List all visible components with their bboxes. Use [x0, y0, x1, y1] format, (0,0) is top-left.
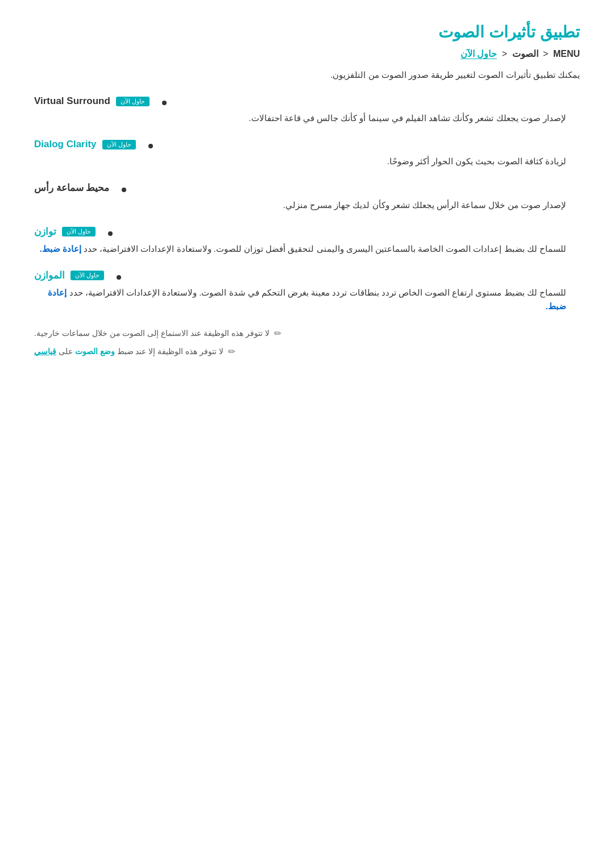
balance-tag: حاول الآن — [62, 227, 96, 236]
balance-header: حاول الآن توازن — [34, 226, 580, 238]
virtual-surround-header: حاول الآن Virtual Surround — [34, 95, 580, 107]
balance-reset-link[interactable]: إعادة ضبط. — [40, 244, 81, 254]
breadcrumb-separator-2: < — [502, 49, 507, 59]
section-equalizer: حاول الآن الموازن للسماح لك بضبط مستوى ا… — [34, 269, 580, 313]
section-balance: حاول الآن توازن للسماح لك بضبط إعدادات ا… — [34, 226, 580, 256]
equalizer-header: حاول الآن الموازن — [34, 269, 580, 281]
bullet-virtual-surround — [162, 101, 167, 105]
note-2-bold: وضع الصوت — [75, 347, 115, 356]
surround-headphone-title: محيط سماعة رأس — [34, 182, 109, 194]
note-2-underline: قياسي — [34, 347, 56, 356]
dialog-clarity-description: لزيادة كثافة الصوت بحيث يكون الحوار أكثر… — [34, 155, 580, 168]
equalizer-title: الموازن — [34, 269, 65, 281]
note-2: ✏ لا تتوفر هذه الوظيفة إلا عند ضبط وضع ا… — [34, 345, 580, 358]
balance-title: توازن — [34, 226, 56, 238]
bullet-surround-headphone — [122, 188, 126, 192]
breadcrumb-menu: MENU — [553, 49, 580, 59]
bullet-balance — [108, 231, 113, 236]
dialog-clarity-header: حاول الآن Dialog Clarity — [34, 139, 580, 150]
bullet-dialog-clarity — [148, 144, 153, 148]
breadcrumb-separator-1: < — [543, 49, 548, 59]
note-2-text: لا تتوفر هذه الوظيفة إلا عند ضبط وضع الص… — [34, 345, 223, 358]
virtual-surround-title: Virtual Surround — [34, 95, 110, 107]
surround-headphone-header: محيط سماعة رأس — [34, 182, 580, 194]
virtual-surround-tag: حاول الآن — [116, 97, 150, 106]
intro-text: يمكنك تطبيق تأثيرات الصوت لتغيير طريقة ص… — [34, 68, 580, 82]
note-2-icon: ✏ — [228, 346, 235, 357]
note-1-icon: ✏ — [274, 328, 281, 339]
section-virtual-surround: حاول الآن Virtual Surround لإصدار صوت يج… — [34, 95, 580, 125]
equalizer-tag: حاول الآن — [70, 271, 104, 280]
dialog-clarity-title: Dialog Clarity — [34, 139, 97, 150]
page-title: تطبيق تأثيرات الصوت — [34, 23, 580, 41]
bullet-equalizer — [117, 275, 121, 280]
section-dialog-clarity: حاول الآن Dialog Clarity لزيادة كثافة ال… — [34, 139, 580, 168]
surround-headphone-description: لإصدار صوت من خلال سماعة الرأس يجعلك تشع… — [34, 198, 580, 212]
breadcrumb: MENU < الصوت < حاول الآن — [34, 48, 580, 59]
breadcrumb-current: حاول الآن — [460, 49, 497, 59]
dialog-clarity-tag: حاول الآن — [102, 140, 136, 149]
breadcrumb-sound: الصوت — [512, 49, 538, 59]
equalizer-description: للسماح لك بضبط مستوى ارتفاع الصوت الخاص … — [34, 286, 580, 313]
note-1-text: لا تتوفر هذه الوظيفة عند الاستماع إلى ال… — [34, 327, 269, 339]
note-1: ✏ لا تتوفر هذه الوظيفة عند الاستماع إلى … — [34, 327, 580, 339]
section-surround-headphone: محيط سماعة رأس لإصدار صوت من خلال سماعة … — [34, 182, 580, 212]
balance-description: للسماح لك بضبط إعدادات الصوت الخاصة بالس… — [34, 242, 580, 256]
virtual-surround-description: لإصدار صوت يجعلك تشعر وكأنك تشاهد الفيلم… — [34, 111, 580, 125]
